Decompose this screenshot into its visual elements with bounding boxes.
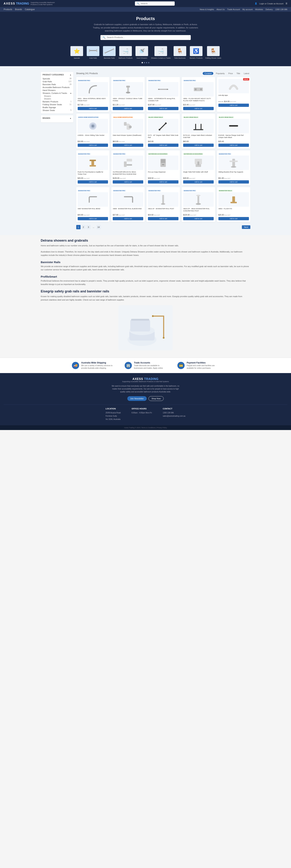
nav-phone[interactable]: 1300 138 086 (275, 8, 287, 10)
nav-about[interactable]: About Us (217, 8, 225, 10)
carousel-dot-4[interactable] (148, 62, 149, 63)
add-to-cart-button[interactable]: Add to cart (78, 180, 108, 184)
nav-myaccount[interactable]: My account (243, 8, 253, 10)
carousel-dot-1[interactable] (142, 62, 143, 63)
add-to-cart-button[interactable]: Add to cart (148, 107, 178, 110)
sidebar-item-grab-rails[interactable]: Grab Rails122 (43, 80, 72, 83)
add-to-cart-button[interactable]: Add to cart (183, 107, 214, 110)
sidebar-item-accessible[interactable]: Accessible Bathroom Products (43, 86, 72, 89)
hero-search-input[interactable] (107, 36, 189, 39)
category-bannister[interactable]: Bannister Rails (101, 45, 117, 61)
page-14[interactable]: 14 (97, 225, 101, 229)
page-1[interactable]: 1 (76, 225, 80, 229)
section-eisegrip-p: Known for making quality disabled bathro… (41, 295, 250, 302)
product-card: BANNISTER PRO AB08 - BANNISTER RAIL ELBO… (111, 187, 145, 222)
nav-wishlists[interactable]: Wishlists (255, 8, 263, 10)
sidebar-item-bannister[interactable]: Bannister Rails29 (43, 83, 72, 86)
add-to-cart-button[interactable]: Add to cart (218, 217, 249, 220)
sale-badge: SALE! (243, 78, 249, 81)
login-link[interactable]: Login or Create an Account (259, 3, 283, 5)
brands-toggle-icon[interactable]: ▲ (70, 117, 72, 119)
footer-trade: 🏢 Trade Accounts Trade discounts are ava… (124, 362, 167, 369)
svg-rect-46 (232, 196, 235, 202)
svg-point-21 (165, 122, 167, 124)
hours-text: 6:00am - 4:00pm Mon-Fri (132, 411, 152, 414)
add-to-cart-button[interactable]: Add to cart (113, 180, 143, 184)
page-2[interactable]: 2 (81, 225, 86, 229)
sort-curated[interactable]: Curated (203, 72, 213, 75)
product-image (78, 119, 108, 133)
add-to-cart-button[interactable]: Add to cart (148, 217, 178, 220)
category-grab-rails[interactable]: Grab Rails (85, 45, 101, 61)
product-card: Bathroom Accessories Pro-Lux Soap Dispen… (146, 151, 180, 185)
product-price: $197.80 Excl GST (148, 104, 178, 106)
sidebar-item-bariatric[interactable]: Bariatric Products1 (43, 100, 72, 103)
contact-phone[interactable]: 1300 138 086 (163, 411, 185, 414)
product-image (148, 119, 178, 133)
footer-logo-text: AXESS TRADING (133, 377, 158, 380)
sidebar-item-braille[interactable]: Braille Signage (43, 106, 72, 109)
sidebar-item-folding-seats[interactable]: Folding Shower Seats11 (43, 103, 72, 106)
section-delrana-p2: Australians love to shower. Therefore, f… (41, 250, 250, 257)
sidebar-subitem-showers1[interactable]: Showers (43, 95, 72, 97)
category-hand-showers[interactable]: 🚿 Hand Showers (134, 45, 150, 61)
search-input[interactable] (141, 2, 173, 5)
page-3[interactable]: 3 (86, 225, 91, 229)
sidebar-toggle-icon[interactable]: ▲ (70, 74, 72, 76)
add-to-cart-button[interactable]: Add to cart (148, 180, 178, 184)
category-bathroom[interactable]: 🛁 Bathroom Products (117, 45, 134, 61)
header-search-box[interactable]: 🔍 (135, 1, 175, 6)
contact-email[interactable]: sales@axesstrading.com.au (163, 414, 185, 418)
trade-title: Trade Accounts (134, 362, 167, 364)
sort-title[interactable]: Title (235, 72, 241, 75)
add-to-cart-button[interactable]: Add to cart (218, 180, 249, 184)
add-to-cart-button[interactable]: Add to cart (113, 217, 143, 220)
add-to-cart-button[interactable]: Add to cart (78, 107, 108, 110)
sort-price[interactable]: Price (227, 72, 234, 75)
category-folding-seats[interactable]: 🪑 Folding Shower Seats (204, 45, 222, 61)
carousel-dot-2[interactable] (144, 62, 145, 63)
products-count: Showing 241 Products (76, 72, 98, 75)
add-to-cart-button[interactable]: Add to cart (183, 217, 214, 220)
nav-catalogue[interactable]: Catalogue (25, 8, 35, 11)
category-curtains[interactable]: 🛁 Showers Curtains & Tracks (150, 45, 172, 61)
svg-point-5 (113, 49, 114, 50)
hero-search-box[interactable]: 🔍 (101, 35, 191, 40)
sort-latest[interactable]: Latest (243, 72, 250, 75)
sidebar-item-specials[interactable]: Specials38 (43, 77, 72, 80)
sidebar-item-showers-curtains[interactable]: Showers, Curtains & Tracks ▸ (43, 92, 72, 95)
sidebar-item-shower-seats[interactable]: Shower Seats5 (43, 109, 72, 112)
product-name: AXB291 - 32mm Sliding Tube Socket (78, 134, 108, 140)
next-page-button[interactable]: Next (242, 225, 250, 229)
nav-products[interactable]: Products (4, 8, 12, 11)
category-toilet[interactable]: 🪑 Toilet Backrests (172, 45, 188, 61)
newsletter-button[interactable]: Join Newsletter (128, 396, 147, 401)
nav-trade[interactable]: Trade Account (227, 8, 240, 10)
add-to-cart-button[interactable]: Add to cart (183, 180, 214, 184)
category-specials[interactable]: ⭐ Specials (69, 45, 85, 61)
nav-delivery[interactable]: Delivery (265, 8, 273, 10)
product-card: BANNISTER PRO AB10.AF - BANNISTER RAIL P… (146, 187, 180, 222)
add-to-cart-button[interactable]: Add to cart (218, 144, 249, 147)
sidebar-subitem-showers2[interactable]: Showers (43, 97, 72, 100)
search-icon: 🔍 (137, 2, 140, 5)
add-to-cart-button[interactable]: Add to cart (113, 144, 143, 147)
add-to-cart-button[interactable]: Add to cart (113, 107, 143, 110)
add-to-cart-button[interactable]: Add to cart (183, 144, 214, 147)
svg-rect-37 (232, 159, 235, 167)
category-carousel: ⭐ Specials Grab Rails Bannister Rails 🛁 … (0, 43, 291, 66)
nav-news[interactable]: News & Insights (200, 8, 214, 10)
add-to-cart-button[interactable]: Add to cart (148, 144, 178, 147)
sidebar-item-hand-showers[interactable]: Hand Showers (43, 89, 72, 92)
sort-popularity[interactable]: Popularity (215, 72, 226, 75)
add-to-cart-button[interactable]: Add to cart (218, 104, 249, 107)
add-to-cart-button[interactable]: Add to cart (78, 217, 108, 220)
hamburger-icon[interactable]: ☰ (286, 2, 287, 5)
shop-now-button[interactable]: Shop Now (148, 396, 164, 401)
product-price: $16.80 Excl GST (78, 141, 108, 143)
nav-brands[interactable]: Brands (15, 8, 22, 11)
add-to-cart-button[interactable]: Add to cart (78, 144, 108, 147)
carousel-dot-3[interactable] (146, 62, 147, 63)
category-bariatric[interactable]: ♿ Bariatric Products (188, 45, 204, 61)
product-name: Sliding Bracket (Post Top Support) (218, 171, 249, 177)
